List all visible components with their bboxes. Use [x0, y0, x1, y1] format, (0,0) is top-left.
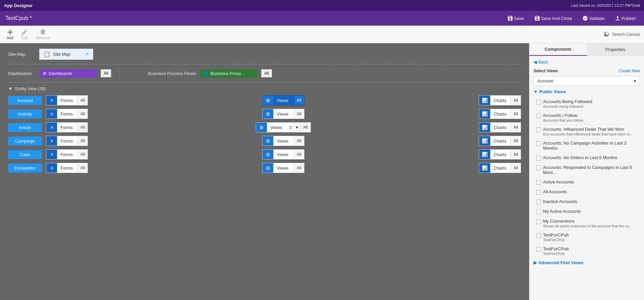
charts-all-btn[interactable]: All	[511, 123, 521, 132]
list-item[interactable]: Accounts: Influenced Deals That We Won K…	[534, 125, 640, 139]
entity-name-case[interactable]: Case	[8, 150, 42, 159]
list-item[interactable]: Inactive Accounts	[534, 197, 640, 207]
dashboards-all-button[interactable]: All	[101, 69, 111, 77]
entity-name-activity[interactable]: Activity	[8, 109, 42, 119]
back-button[interactable]: ◀ Back	[534, 59, 548, 65]
charts-label: Charts	[490, 136, 511, 146]
entity-name-article[interactable]: Article	[8, 123, 42, 132]
view-checkbox[interactable]	[536, 114, 541, 118]
forms-group-account: ≡ Forms All	[46, 95, 88, 105]
forms-all-btn[interactable]: All	[77, 96, 88, 105]
views-dropdown-btn[interactable]: ▾	[294, 123, 300, 132]
charts-all-btn[interactable]: All	[511, 164, 521, 172]
list-item[interactable]: Accounts: No Orders in Last 6 Months	[534, 153, 640, 163]
validate-button[interactable]: Validate	[580, 15, 607, 22]
views-dropdown[interactable]: Account ▾	[534, 76, 640, 86]
views-all-btn[interactable]: All	[294, 164, 304, 172]
view-checkbox[interactable]	[536, 100, 541, 104]
bp-all-button[interactable]: All	[261, 69, 272, 77]
list-item[interactable]: All Accounts	[534, 187, 640, 197]
tab-properties[interactable]: Properties	[587, 43, 644, 56]
list-item[interactable]: TestForCPub TestForCPub	[534, 230, 640, 244]
public-views-header[interactable]: ▼ Public Views	[534, 89, 640, 94]
view-item-content: Accounts Being Followed Accounts being f…	[543, 99, 637, 108]
list-item[interactable]: TestForCPub TestForCPub	[534, 244, 640, 258]
charts-all-btn[interactable]: All	[511, 96, 521, 105]
view-item-row: Accounts: Responded to Campaigns in Last…	[536, 165, 637, 175]
forms-all-btn[interactable]: All	[77, 123, 88, 132]
publish-button[interactable]: Publish	[613, 15, 639, 22]
tab-components[interactable]: Components	[529, 43, 587, 56]
view-checkbox[interactable]	[536, 190, 541, 195]
view-checkbox[interactable]	[536, 141, 541, 146]
list-item[interactable]: Active Accounts	[534, 177, 640, 187]
view-checkbox[interactable]	[536, 166, 541, 170]
charts-all-btn[interactable]: All	[511, 109, 521, 118]
charts-all-btn[interactable]: All	[511, 136, 521, 145]
view-item-content: All Accounts	[543, 189, 637, 194]
entity-header[interactable]: ▼ Entity View (39)	[8, 86, 521, 91]
list-item[interactable]: My Active Accounts	[534, 207, 640, 217]
view-item-title: Accounts: Influenced Deals That We Won	[543, 127, 637, 132]
view-checkbox[interactable]	[536, 127, 541, 132]
charts-icon: 📊	[479, 96, 490, 105]
edit-button[interactable]: Edit	[19, 28, 31, 41]
view-checkbox[interactable]	[536, 200, 541, 204]
view-item-desc: Key accounts that influenced deals that …	[543, 132, 637, 136]
charts-all-btn[interactable]: All	[511, 150, 521, 159]
view-checkbox[interactable]	[536, 156, 541, 160]
views-icon: ⊞	[263, 136, 273, 146]
view-item-content: Accounts I Follow Accounts that you foll…	[543, 113, 637, 122]
views-all-btn[interactable]: All	[294, 150, 304, 159]
view-item-row: Accounts: Influenced Deals That We Won K…	[536, 127, 637, 136]
view-item-title: Accounts Being Followed	[543, 99, 637, 104]
canvas[interactable]: Site Map 📋 Site Map ↗ Dashboards ⚙ Dashb…	[0, 43, 529, 300]
entity-name-account[interactable]: Account	[8, 96, 42, 105]
forms-all-btn[interactable]: All	[77, 109, 88, 118]
create-new-link[interactable]: Create New	[619, 69, 640, 73]
view-checkbox[interactable]	[536, 233, 541, 238]
entity-header-label: Entity View (39)	[15, 86, 46, 91]
add-button[interactable]: Add	[4, 28, 16, 41]
view-checkbox[interactable]	[536, 209, 541, 214]
table-row: Article ≡ Forms All ⊞ Views 3 ▾ All 📊 Ch…	[8, 122, 521, 132]
save-info: Last Saved on :10/5/2017 12:27 PM*Draft	[571, 3, 640, 7]
views-all-btn[interactable]: All	[294, 96, 304, 105]
forms-all-btn[interactable]: All	[77, 136, 88, 145]
entity-name-competitor[interactable]: Competitor	[8, 164, 42, 173]
view-checkbox[interactable]	[536, 219, 541, 224]
forms-label: Forms	[57, 123, 77, 132]
view-checkbox[interactable]	[536, 247, 541, 252]
list-item[interactable]: Accounts: Responded to Campaigns in Last…	[534, 163, 640, 177]
view-item-title: Active Accounts	[543, 179, 637, 184]
view-item-content: TestForCPub TestForCPub	[543, 246, 637, 256]
remove-icon	[40, 29, 46, 35]
views-group-article: ⊞ Views 3 ▾ All	[256, 122, 311, 132]
charts-label: Charts	[490, 109, 511, 119]
forms-all-btn[interactable]: All	[77, 150, 88, 159]
save-icon	[508, 16, 513, 21]
view-item-content: Active Accounts	[543, 179, 637, 184]
view-item-desc: Accounts that you follow.	[543, 118, 637, 122]
view-checkbox[interactable]	[536, 180, 541, 185]
forms-icon: ≡	[46, 136, 57, 146]
view-item-row: TestForCPub TestForCPub	[536, 246, 637, 256]
entity-name-campaign[interactable]: Campaign	[8, 136, 42, 146]
list-item[interactable]: Accounts Being Followed Accounts being f…	[534, 97, 640, 111]
select-views-label: Select Views	[534, 69, 558, 73]
views-all-btn[interactable]: All	[294, 109, 304, 118]
charts-icon: 📊	[479, 150, 490, 159]
remove-button[interactable]: Remove	[33, 28, 53, 41]
views-all-btn[interactable]: All	[300, 123, 310, 132]
site-map-arrow[interactable]: ↗	[85, 52, 89, 57]
adv-find-header[interactable]: ▶ Advanced Find Views	[534, 260, 640, 265]
save-and-close-button[interactable]: Save And Close	[532, 15, 575, 22]
forms-all-btn[interactable]: All	[77, 164, 88, 172]
view-item-row: Inactive Accounts	[536, 199, 637, 204]
save-close-icon	[535, 16, 540, 21]
list-item[interactable]: Accounts: No Campaign Activities in Last…	[534, 139, 640, 153]
views-all-btn[interactable]: All	[294, 136, 304, 145]
list-item[interactable]: Accounts I Follow Accounts that you foll…	[534, 111, 640, 125]
list-item[interactable]: My Connections Shows all active instance…	[534, 217, 640, 230]
save-button[interactable]: Save	[505, 15, 527, 22]
